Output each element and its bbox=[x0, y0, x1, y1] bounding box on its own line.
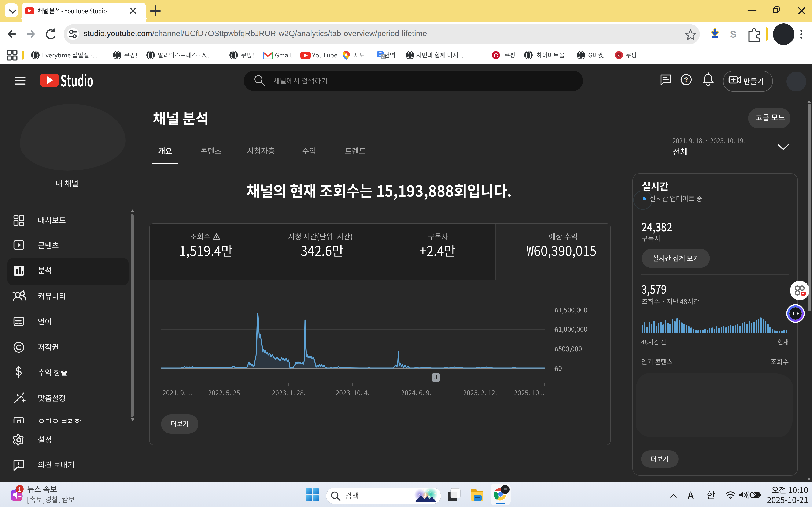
svg-text:1: 1 bbox=[18, 486, 21, 493]
svg-text:c: c bbox=[618, 54, 620, 57]
svg-text:S: S bbox=[730, 29, 737, 40]
svg-text:?: ? bbox=[684, 76, 688, 83]
svg-text:C: C bbox=[494, 52, 498, 59]
svg-text:A: A bbox=[382, 55, 385, 59]
